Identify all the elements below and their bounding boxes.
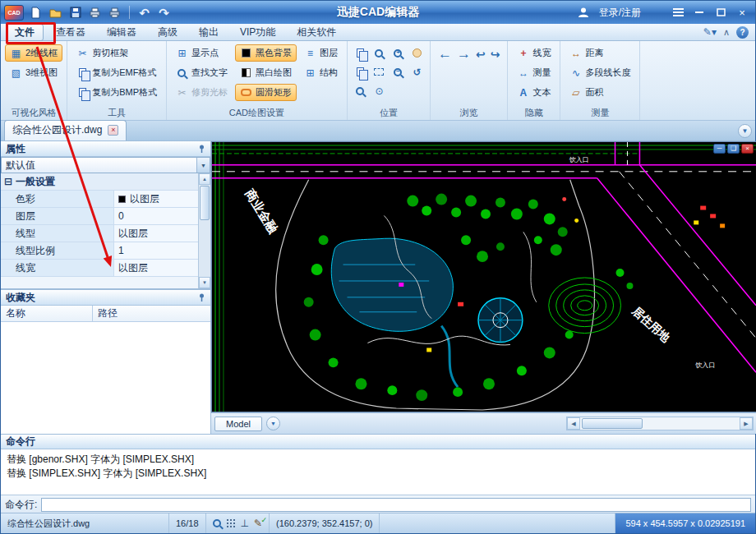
- maximize-button[interactable]: [712, 5, 729, 20]
- favorites-list[interactable]: [1, 322, 210, 434]
- collapse-box-icon[interactable]: ⊟: [4, 176, 12, 187]
- save-icon[interactable]: [67, 5, 83, 21]
- undo-icon[interactable]: ↶: [136, 5, 152, 21]
- tab-list-chevron-icon[interactable]: ▼: [738, 124, 752, 138]
- login-link[interactable]: 登录/注册: [599, 6, 641, 20]
- menu-tab-vip[interactable]: VIP功能: [231, 24, 284, 41]
- redo-icon[interactable]: ↷: [156, 5, 172, 21]
- browse-forward-icon[interactable]: →: [457, 46, 471, 62]
- property-section-general[interactable]: ⊟ 一般设置: [1, 173, 210, 191]
- property-value-layer[interactable]: 0: [114, 208, 198, 224]
- zoom-extents-icon[interactable]: [371, 63, 388, 81]
- app-window: CAD ↶ ↷ 迅捷CAD编辑器 登录/注册: [0, 0, 756, 534]
- zoom-dynamic-icon[interactable]: [352, 82, 369, 99]
- viewport-close-icon[interactable]: ×: [741, 144, 754, 154]
- pin-icon[interactable]: [198, 293, 205, 302]
- pin-icon[interactable]: [198, 145, 205, 154]
- scroll-up-icon[interactable]: ▲: [199, 173, 210, 185]
- hide-measure-button[interactable]: ↔ 测量: [512, 64, 555, 81]
- cad-logo[interactable]: CAD: [4, 5, 24, 21]
- trim-cursor-button[interactable]: ✂ 修剪光标: [171, 84, 233, 101]
- copy-region-icon[interactable]: [352, 63, 369, 81]
- area-button[interactable]: ▱ 面积: [565, 84, 635, 101]
- drawing-viewport: 商业金融 居住用地 饮入口 饮入口 ─ ❏ × Model ▼ ◀ ▶: [211, 141, 756, 434]
- copy-emf-button[interactable]: 复制为EMF格式: [71, 64, 162, 81]
- menu-hamburger-icon[interactable]: [670, 5, 686, 20]
- cad-canvas[interactable]: 商业金融 居住用地 饮入口 饮入口 ─ ❏ ×: [211, 141, 756, 412]
- structure-button[interactable]: ⊞ 结构: [299, 64, 343, 81]
- property-value-linetype[interactable]: 以图层: [114, 225, 198, 242]
- view-3d-button[interactable]: ▧ 3维视图: [5, 64, 62, 81]
- zoom-out-icon[interactable]: −: [390, 63, 407, 81]
- smooth-rect-icon: [240, 89, 252, 96]
- scroll-down-icon[interactable]: ▼: [199, 277, 210, 288]
- grid-snap-icon[interactable]: [226, 518, 236, 528]
- menu-tab-file[interactable]: 文件: [6, 24, 44, 41]
- ortho-icon[interactable]: ⊥: [241, 518, 249, 529]
- command-input[interactable]: [41, 498, 751, 512]
- scrollbar-thumb[interactable]: [200, 186, 210, 220]
- plot-icon[interactable]: [87, 5, 103, 21]
- properties-scrollbar[interactable]: ▲ ▼: [198, 173, 210, 288]
- layers-button[interactable]: ≡ 图层: [299, 44, 343, 62]
- property-value-color[interactable]: 以图层: [114, 191, 198, 207]
- favorites-col-path[interactable]: 路径: [93, 306, 210, 321]
- copy-bmp-button[interactable]: 复制为BMP格式: [71, 84, 162, 101]
- horizontal-scrollbar[interactable]: ◀ ▶: [566, 417, 754, 430]
- property-value-lineweight[interactable]: 以图层: [114, 260, 198, 276]
- property-preset-dropdown[interactable]: 默认值 ▼: [1, 157, 210, 173]
- hide-lineweight-button[interactable]: + 线宽: [512, 44, 555, 62]
- page-back-icon[interactable]: ↩: [476, 48, 486, 61]
- zoom-center-icon[interactable]: ⊙: [371, 82, 388, 99]
- layout-tab-bar: Model ▼ ◀ ▶: [211, 412, 756, 434]
- black-background-button[interactable]: 黑色背景: [235, 44, 297, 62]
- distance-button[interactable]: ↔ 距离: [565, 44, 635, 62]
- document-tab-close-icon[interactable]: ×: [108, 125, 118, 136]
- open-file-icon[interactable]: [48, 5, 63, 21]
- copy-view-icon[interactable]: [352, 44, 369, 62]
- menu-tab-advanced[interactable]: 高级: [149, 24, 187, 41]
- layout-list-chevron-icon[interactable]: ▼: [266, 417, 280, 430]
- scroll-right-icon[interactable]: ▶: [740, 417, 753, 430]
- pan-icon[interactable]: [408, 44, 426, 62]
- zoom-in-icon[interactable]: +: [390, 44, 407, 62]
- zoom-window-icon[interactable]: [371, 44, 388, 62]
- print-icon[interactable]: [107, 5, 122, 21]
- status-zoom-icon[interactable]: [213, 519, 221, 527]
- dropdown-chevron-icon[interactable]: ▼: [196, 158, 210, 173]
- scrollbar-thumb[interactable]: [582, 418, 643, 429]
- page-forward-icon[interactable]: ↪: [491, 48, 500, 61]
- document-tab[interactable]: 综合性公园设计.dwg ×: [4, 120, 127, 140]
- smooth-rect-button[interactable]: 圆滑矩形: [235, 84, 297, 101]
- command-output: 替换 [gbenor.SHX] 字体为 [SIMPLEX.SHX] 替换 [SI…: [1, 449, 755, 495]
- polyline-length-button[interactable]: ∿ 多段线长度: [565, 64, 635, 81]
- zoom-previous-icon[interactable]: ↺: [408, 63, 426, 81]
- favorites-col-name[interactable]: 名称: [1, 306, 93, 321]
- new-file-icon[interactable]: [28, 5, 44, 21]
- collapse-ribbon-icon[interactable]: ∧: [723, 27, 730, 38]
- show-points-button[interactable]: ⊞ 显示点: [171, 44, 233, 62]
- customize-pen-icon[interactable]: ✎▾: [703, 26, 717, 38]
- help-icon[interactable]: ?: [736, 26, 749, 39]
- scroll-left-icon[interactable]: ◀: [567, 417, 580, 430]
- model-tab[interactable]: Model: [214, 417, 262, 431]
- browse-back-icon[interactable]: ←: [438, 46, 452, 62]
- menu-tab-related[interactable]: 相关软件: [288, 24, 345, 41]
- menu-tab-editor[interactable]: 编辑器: [98, 24, 145, 41]
- clip-frame-button[interactable]: ✂ 剪切框架: [71, 44, 162, 62]
- menu-tab-output[interactable]: 输出: [190, 24, 228, 41]
- minimize-button[interactable]: [691, 5, 708, 20]
- draft-pen-icon[interactable]: ✎✓: [254, 518, 262, 529]
- close-button[interactable]: ×: [734, 5, 750, 20]
- bw-drawing-icon: [240, 68, 252, 77]
- scrollbar-track[interactable]: [580, 417, 740, 430]
- viewport-restore-icon[interactable]: ❏: [727, 144, 740, 154]
- property-value-ltscale[interactable]: 1: [114, 242, 198, 259]
- wireframe-2d-button[interactable]: ▦ 2维线框: [5, 44, 62, 62]
- measure-arrows-icon: ↔: [517, 67, 529, 79]
- bw-drawing-button[interactable]: 黑白绘图: [235, 64, 297, 81]
- viewport-minimize-icon[interactable]: ─: [713, 144, 726, 154]
- find-text-button[interactable]: 查找文字: [171, 64, 233, 81]
- menu-tab-viewer[interactable]: 查看器: [47, 24, 94, 41]
- hide-text-button[interactable]: A 文本: [512, 84, 555, 101]
